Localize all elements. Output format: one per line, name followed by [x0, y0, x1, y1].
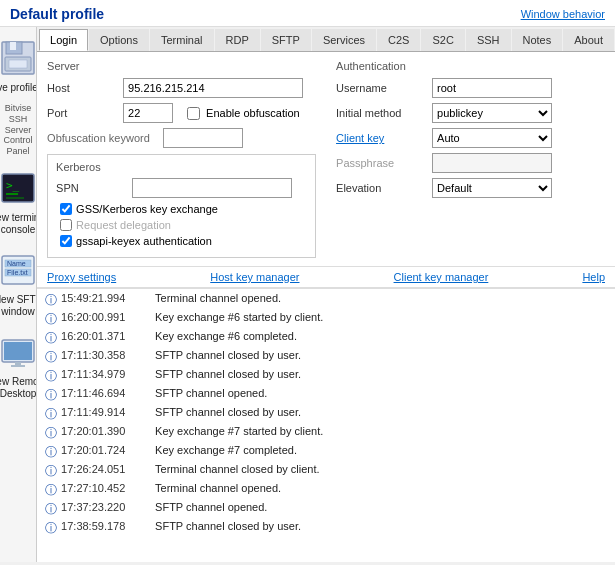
- page-title: Default profile: [10, 6, 104, 22]
- log-entry: ⓘ 17:11:49.914 SFTP channel closed by us…: [45, 405, 607, 424]
- tab-about[interactable]: About: [563, 29, 614, 51]
- help-link[interactable]: Help: [582, 271, 605, 283]
- log-message: Terminal channel opened.: [155, 482, 281, 494]
- sidebar-item-save-profile[interactable]: Save profile as: [0, 31, 37, 99]
- tab-notes[interactable]: Notes: [512, 29, 563, 51]
- kerberos-section: Kerberos SPN GSS/Kerberos key exchange R…: [47, 154, 316, 258]
- log-timestamp: 17:37:23.220: [61, 501, 151, 513]
- host-input[interactable]: [123, 78, 303, 98]
- log-message: Key exchange #6 completed.: [155, 330, 297, 342]
- enable-obfuscation-label: Enable obfuscation: [206, 107, 300, 119]
- log-entry: ⓘ 17:27:10.452 Terminal channel opened.: [45, 481, 607, 500]
- log-timestamp: 17:11:30.358: [61, 349, 151, 361]
- svg-rect-8: [6, 197, 24, 199]
- links-row: Proxy settings Host key manager Client k…: [37, 266, 615, 288]
- log-info-icon: ⓘ: [45, 425, 57, 442]
- tab-rdp[interactable]: RDP: [215, 29, 260, 51]
- tab-login[interactable]: Login: [39, 29, 88, 51]
- log-message: Terminal channel opened.: [155, 292, 281, 304]
- server-section-title: Server: [47, 60, 316, 72]
- sidebar-item-new-remote[interactable]: New Remote Desktop: [0, 325, 37, 405]
- log-entry: ⓘ 16:20:01.371 Key exchange #6 completed…: [45, 329, 607, 348]
- enable-obfuscation-checkbox[interactable]: [187, 107, 200, 120]
- request-delegation-checkbox[interactable]: [60, 219, 72, 231]
- log-message: Key exchange #7 started by client.: [155, 425, 323, 437]
- sftp-icon: Name File.txt: [0, 251, 37, 289]
- svg-rect-15: [4, 342, 32, 360]
- log-message: SFTP channel closed by user.: [155, 406, 301, 418]
- tab-s2c[interactable]: S2C: [421, 29, 464, 51]
- spn-input[interactable]: [132, 178, 292, 198]
- title-bar: Default profile Window behavior: [0, 0, 615, 27]
- obfuscation-keyword-input[interactable]: [163, 128, 243, 148]
- spn-label: SPN: [56, 182, 126, 194]
- passphrase-input[interactable]: [432, 153, 552, 173]
- port-input[interactable]: [123, 103, 173, 123]
- log-info-icon: ⓘ: [45, 368, 57, 385]
- log-info-icon: ⓘ: [45, 292, 57, 309]
- log-info-icon: ⓘ: [45, 311, 57, 328]
- log-message: SFTP channel closed by user.: [155, 349, 301, 361]
- elevation-label: Elevation: [336, 182, 426, 194]
- sidebar-item-new-sftp[interactable]: Name File.txt New SFTP window: [0, 243, 37, 323]
- log-timestamp: 15:49:21.994: [61, 292, 151, 304]
- log-timestamp: 17:11:34.979: [61, 368, 151, 380]
- sidebar: Save profile as Bitvise SSHServer Contro…: [0, 27, 37, 562]
- sidebar-sftp-label: New SFTP window: [0, 294, 37, 318]
- elevation-select[interactable]: Default None sudo su: [432, 178, 552, 198]
- client-key-select[interactable]: Auto None: [432, 128, 552, 148]
- sidebar-item-new-terminal[interactable]: >_ New terminal console: [0, 161, 37, 241]
- remote-desktop-icon: [0, 333, 37, 371]
- log-info-icon: ⓘ: [45, 520, 57, 537]
- gssapi-keyex-label: gssapi-keyex authentication: [76, 235, 212, 247]
- log-timestamp: 16:20:00.991: [61, 311, 151, 323]
- log-info-icon: ⓘ: [45, 482, 57, 499]
- tab-c2s[interactable]: C2S: [377, 29, 420, 51]
- log-info-icon: ⓘ: [45, 387, 57, 404]
- tab-sftp[interactable]: SFTP: [261, 29, 311, 51]
- log-info-icon: ⓘ: [45, 406, 57, 423]
- log-entry: ⓘ 15:49:21.994 Terminal channel opened.: [45, 291, 607, 310]
- sidebar-remote-label: New Remote Desktop: [0, 376, 37, 400]
- svg-rect-17: [11, 365, 25, 367]
- log-message: SFTP channel opened.: [155, 387, 267, 399]
- proxy-settings-link[interactable]: Proxy settings: [47, 271, 116, 283]
- log-timestamp: 17:11:46.694: [61, 387, 151, 399]
- client-key-manager-link[interactable]: Client key manager: [394, 271, 489, 283]
- gss-checkbox[interactable]: [60, 203, 72, 215]
- svg-text:Name: Name: [7, 260, 26, 267]
- tab-ssh[interactable]: SSH: [466, 29, 511, 51]
- svg-rect-4: [9, 60, 27, 68]
- log-entry: ⓘ 17:26:24.051 Terminal channel closed b…: [45, 462, 607, 481]
- svg-rect-2: [10, 42, 16, 50]
- request-delegation-label: Request delegation: [76, 219, 171, 231]
- content-area: Login Options Terminal RDP SFTP Services…: [37, 27, 615, 562]
- gssapi-keyex-checkbox[interactable]: [60, 235, 72, 247]
- tab-services[interactable]: Services: [312, 29, 376, 51]
- log-timestamp: 17:38:59.178: [61, 520, 151, 532]
- username-input[interactable]: [432, 78, 552, 98]
- log-message: SFTP channel closed by user.: [155, 520, 301, 532]
- sidebar-save-label: Save profile as: [0, 82, 37, 94]
- client-key-link[interactable]: Client key: [336, 132, 426, 144]
- gss-label: GSS/Kerberos key exchange: [76, 203, 218, 215]
- log-timestamp: 17:27:10.452: [61, 482, 151, 494]
- initial-method-select[interactable]: publickey password keyboard-interactive: [432, 103, 552, 123]
- window-behavior-link[interactable]: Window behavior: [521, 8, 605, 20]
- log-info-icon: ⓘ: [45, 463, 57, 480]
- kerberos-title: Kerberos: [56, 161, 307, 173]
- host-key-manager-link[interactable]: Host key manager: [210, 271, 299, 283]
- form-area: Server Host Port Enable obfuscation Obfu…: [37, 52, 615, 266]
- log-info-icon: ⓘ: [45, 349, 57, 366]
- tab-options[interactable]: Options: [89, 29, 149, 51]
- log-entry: ⓘ 17:37:23.220 SFTP channel opened.: [45, 500, 607, 519]
- svg-text:File.txt: File.txt: [7, 269, 28, 276]
- log-timestamp: 17:20:01.390: [61, 425, 151, 437]
- auth-section: Authentication Username Initial method p…: [336, 60, 605, 258]
- log-area[interactable]: ⓘ 15:49:21.994 Terminal channel opened. …: [37, 288, 615, 562]
- svg-rect-16: [15, 362, 21, 365]
- username-label: Username: [336, 82, 426, 94]
- log-message: Key exchange #6 started by client.: [155, 311, 323, 323]
- tab-terminal[interactable]: Terminal: [150, 29, 214, 51]
- log-entry: ⓘ 17:11:34.979 SFTP channel closed by us…: [45, 367, 607, 386]
